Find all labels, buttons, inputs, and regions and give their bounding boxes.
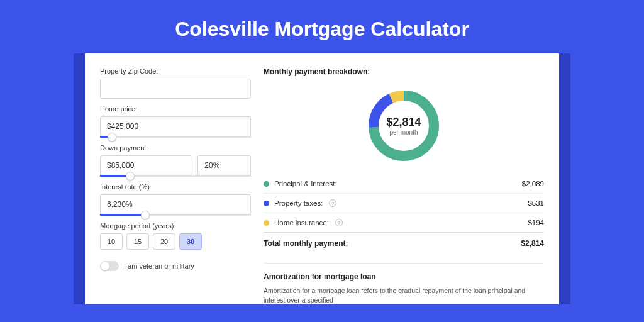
period-button-30[interactable]: 30 — [179, 233, 202, 250]
amortization-section: Amortization for mortgage loan Amortizat… — [264, 263, 544, 304]
breakdown-value: $2,089 — [522, 180, 544, 187]
info-icon[interactable]: ? — [329, 199, 336, 207]
total-label: Total monthly payment: — [264, 239, 348, 248]
total-row: Total monthly payment: $2,814 — [264, 232, 544, 254]
home-price-label: Home price: — [100, 105, 251, 113]
breakdown-column: Monthly payment breakdown: $2,814 per mo… — [264, 67, 544, 304]
amortization-title: Amortization for mortgage loan — [264, 272, 544, 281]
period-button-15[interactable]: 15 — [126, 233, 149, 250]
breakdown-label: Property taxes: — [274, 199, 323, 207]
period-button-10[interactable]: 10 — [100, 233, 123, 250]
breakdown-list: Principal & Interest:$2,089Property taxe… — [264, 174, 544, 232]
period-button-20[interactable]: 20 — [153, 233, 175, 250]
interest-input[interactable] — [100, 194, 251, 214]
down-payment-pct-input[interactable] — [197, 155, 251, 175]
slider-thumb[interactable] — [126, 172, 135, 180]
interest-label: Interest rate (%): — [100, 183, 251, 191]
down-payment-label: Down payment: — [100, 144, 251, 152]
down-payment-slider[interactable] — [100, 175, 251, 177]
slider-fill — [100, 214, 145, 216]
donut-amount: $2,814 — [386, 116, 421, 129]
interest-slider[interactable] — [100, 214, 251, 216]
veteran-row: I am veteran or military — [100, 261, 251, 271]
down-payment-input[interactable] — [100, 155, 192, 175]
breakdown-title: Monthly payment breakdown: — [264, 67, 544, 76]
legend-dot — [264, 220, 269, 226]
breakdown-row: Principal & Interest:$2,089 — [264, 174, 544, 194]
breakdown-label: Home insurance: — [274, 219, 329, 226]
home-price-slider[interactable] — [100, 136, 251, 138]
breakdown-row: Home insurance:?$194 — [264, 213, 544, 232]
donut-chart: $2,814 per month — [365, 87, 442, 164]
breakdown-value: $531 — [528, 199, 544, 207]
veteran-toggle[interactable] — [100, 261, 119, 271]
toggle-thumb — [101, 262, 109, 270]
total-value: $2,814 — [521, 239, 544, 248]
legend-dot — [264, 201, 269, 206]
card-shadow: Property Zip Code: Home price: Down paym… — [74, 53, 570, 304]
slider-thumb[interactable] — [141, 211, 150, 219]
donut-center: $2,814 per month — [365, 87, 442, 164]
home-price-input[interactable] — [100, 116, 251, 136]
amortization-text: Amortization for a mortgage loan refers … — [264, 286, 544, 304]
donut-sub: per month — [389, 129, 418, 136]
veteran-label: I am veteran or military — [124, 262, 194, 270]
zip-label: Property Zip Code: — [100, 67, 251, 75]
donut-chart-wrap: $2,814 per month — [264, 84, 544, 174]
breakdown-label: Principal & Interest: — [274, 180, 337, 187]
inputs-column: Property Zip Code: Home price: Down paym… — [100, 67, 251, 304]
zip-input[interactable] — [100, 79, 251, 99]
calculator-card: Property Zip Code: Home price: Down paym… — [85, 53, 559, 304]
breakdown-value: $194 — [528, 219, 544, 226]
breakdown-row: Property taxes:?$531 — [264, 194, 544, 213]
period-label: Mortgage period (years): — [100, 222, 251, 230]
slider-thumb[interactable] — [108, 133, 116, 142]
period-options: 10152030 — [100, 233, 251, 250]
page-title: Colesville Mortgage Calculator — [0, 0, 644, 53]
info-icon[interactable]: ? — [335, 219, 343, 226]
legend-dot — [264, 181, 269, 187]
